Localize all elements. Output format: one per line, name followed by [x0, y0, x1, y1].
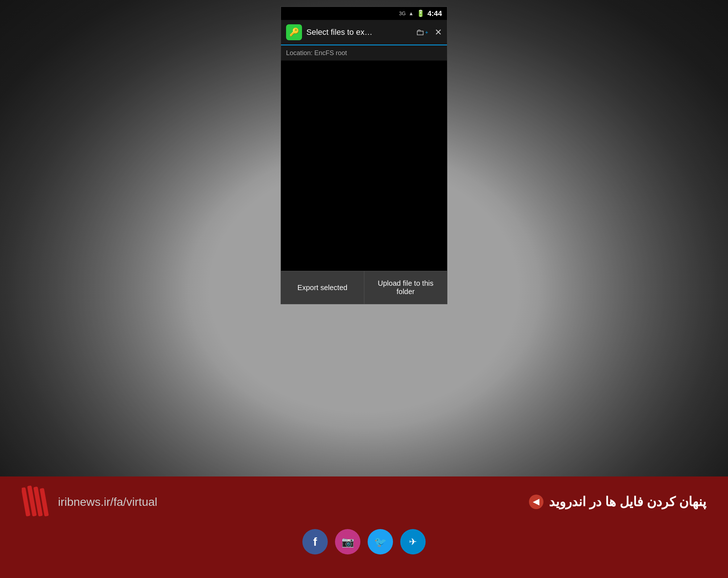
signal-bars-icon: ▲: [409, 11, 414, 16]
app-dialog: 3G ▲ 🔋 4:44 🔑 Select files to ex… 🗀 + ✕ …: [281, 7, 447, 304]
instagram-symbol: 📷: [342, 536, 354, 548]
facebook-icon[interactable]: f: [302, 529, 328, 554]
app-titlebar: 🔑 Select files to ex… 🗀 + ✕: [281, 20, 447, 45]
persian-title-text: پنهان کردن فایل ها در اندروید: [549, 494, 706, 509]
twitter-icon[interactable]: 🐦: [368, 529, 393, 554]
twitter-symbol: 🐦: [374, 536, 387, 548]
telegram-icon[interactable]: ✈: [400, 529, 426, 554]
file-list-area: [281, 61, 447, 271]
plus-icon: +: [425, 29, 428, 35]
app-title: Select files to ex…: [306, 28, 372, 37]
instagram-icon[interactable]: 📷: [335, 529, 360, 554]
new-folder-button[interactable]: 🗀 +: [416, 27, 428, 37]
export-selected-button[interactable]: Export selected: [281, 271, 364, 304]
facebook-symbol: f: [313, 535, 317, 549]
bottom-bar: iribnews.ir/fa/virtual پنهان کردن فایل ه…: [0, 476, 728, 578]
bottom-buttons-bar: Export selected Upload file to this fold…: [281, 271, 447, 304]
irib-logo-icon: [22, 484, 51, 520]
persian-title-area: پنهان کردن فایل ها در اندروید ◀: [529, 494, 706, 509]
social-icons-row: f 📷 🐦 ✈: [302, 529, 426, 554]
signal-indicator: 3G: [399, 11, 406, 16]
telegram-symbol: ✈: [409, 536, 417, 548]
titlebar-left: 🔑 Select files to ex…: [286, 24, 372, 40]
titlebar-right: 🗀 + ✕: [416, 27, 442, 37]
close-icon: ✕: [435, 27, 442, 37]
upload-file-button[interactable]: Upload file to this folder: [364, 271, 447, 304]
website-url: iribnews.ir/fa/virtual: [58, 495, 157, 509]
app-icon: 🔑: [286, 24, 302, 40]
location-bar: Location: EncFS root: [281, 45, 447, 61]
folder-plus-icon: 🗀: [416, 27, 425, 37]
back-arrow-icon: ◀: [529, 495, 543, 509]
time-display: 4:44: [427, 9, 442, 18]
close-button[interactable]: ✕: [435, 27, 442, 37]
location-label: Location: EncFS root: [286, 49, 347, 57]
battery-icon: 🔋: [417, 9, 425, 17]
key-icon: 🔑: [289, 28, 299, 37]
logo-area: iribnews.ir/fa/virtual: [22, 484, 157, 520]
status-bar: 3G ▲ 🔋 4:44: [281, 7, 447, 20]
bottom-bar-content: iribnews.ir/fa/virtual پنهان کردن فایل ه…: [0, 484, 728, 520]
